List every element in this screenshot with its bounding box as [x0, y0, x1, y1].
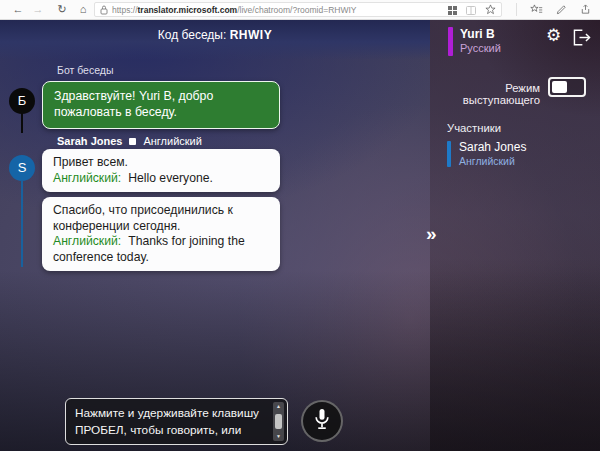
current-user-name: Yuri B — [460, 27, 495, 41]
input-scrollbar[interactable]: ▲ ▼ — [273, 402, 284, 441]
speaker-name-label: Sarah Jones — [57, 135, 122, 147]
message-input[interactable]: Нажмите и удерживайте клавишу ПРОБЕЛ, чт… — [65, 398, 288, 445]
hub-favorites-icon[interactable] — [530, 1, 543, 19]
sidebar-collapse-icon[interactable]: » — [426, 224, 437, 243]
browser-toolbar: ← → ↻ ⌂ https://translator.microsoft.com… — [0, 0, 600, 20]
back-icon[interactable]: ← — [9, 0, 27, 19]
bot-message-bubble: Здравствуйте! Yuri B, добро пожаловать в… — [42, 81, 280, 129]
message-bubble: Спасибо, что присоединились к конференци… — [42, 197, 280, 271]
scroll-down-icon[interactable]: ▼ — [273, 433, 284, 440]
speaker-avatar: S — [9, 155, 35, 181]
speaker-timeline-connector — [21, 180, 23, 267]
message-bubble: Привет всем. Английский:Hello everyone. — [42, 149, 280, 192]
microphone-button[interactable] — [301, 400, 343, 442]
translation-language-label: Английский: — [53, 234, 121, 248]
message-translation-line: Английский:Thanks for joining the confer… — [53, 234, 269, 265]
browser-action-icons: ⋯ — [516, 0, 600, 19]
favorite-star-icon[interactable] — [485, 1, 496, 19]
url-text: https://translator.microsoft.com/live/ch… — [112, 5, 448, 15]
scrollbar-thumb[interactable] — [275, 414, 282, 429]
participant-accent-bar — [447, 141, 451, 167]
participant-name: Sarah Jones — [459, 140, 526, 154]
app-window: ← → ↻ ⌂ https://translator.microsoft.com… — [0, 0, 600, 451]
participants-title: Участники — [447, 122, 501, 134]
speaker-language-label: Английский — [143, 135, 202, 147]
room-code-label: Код беседы: — [158, 28, 227, 42]
presenter-mode-label: Режим выступающего — [428, 82, 540, 106]
settings-gear-icon[interactable]: ⚙ — [546, 26, 561, 46]
message-translation-line: Английский:Hello everyone. — [53, 171, 269, 187]
room-code-header: Код беседы: RHWIY — [0, 28, 430, 42]
participant-language: Английский — [459, 155, 515, 167]
current-user-accent-bar — [448, 27, 453, 56]
message-text: Спасибо, что присоединились к конференци… — [53, 203, 233, 233]
web-note-pen-icon[interactable] — [556, 1, 567, 19]
translation-text: Hello everyone. — [128, 171, 213, 185]
speaker-label-row: Sarah Jones Английский — [57, 135, 202, 147]
bot-avatar: Б — [9, 88, 35, 114]
message-text: Привет всем. — [53, 155, 269, 171]
presenter-mode-toggle[interactable] — [548, 77, 586, 97]
microphone-icon — [312, 408, 332, 434]
share-icon[interactable] — [580, 1, 591, 19]
toggle-knob — [552, 81, 567, 93]
room-code-value: RHWIY — [230, 28, 273, 42]
bot-name-label: Бот беседы — [57, 64, 114, 76]
leave-conversation-icon[interactable] — [573, 29, 591, 50]
lock-icon — [100, 5, 108, 15]
forward-icon[interactable]: → — [29, 0, 47, 19]
translator-extension-icon[interactable] — [448, 1, 457, 19]
chatroom-page: Код беседы: RHWIY Бот беседы Б Здравству… — [0, 20, 600, 451]
scroll-up-icon[interactable]: ▲ — [273, 403, 284, 410]
message-input-placeholder: Нажмите и удерживайте клавишу ПРОБЕЛ, чт… — [75, 406, 259, 445]
reading-view-icon[interactable] — [466, 1, 476, 19]
speaker-indicator-icon — [129, 138, 136, 145]
address-bar-icons — [448, 1, 496, 19]
refresh-icon[interactable]: ↻ — [53, 0, 71, 19]
toolbar-divider — [516, 3, 517, 16]
address-bar[interactable]: https://translator.microsoft.com/live/ch… — [94, 2, 502, 17]
home-icon[interactable]: ⌂ — [74, 0, 92, 19]
bot-timeline-connector — [21, 113, 23, 133]
translation-language-label: Английский: — [53, 171, 121, 185]
current-user-language: Русский — [460, 42, 501, 54]
